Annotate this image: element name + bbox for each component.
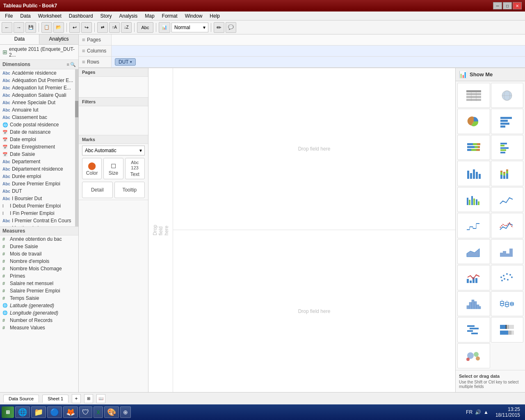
taskbar-antivirus[interactable]: 🛡: [79, 406, 92, 418]
minimize-button[interactable]: ─: [493, 2, 502, 9]
menu-dashboard[interactable]: Dashboard: [66, 12, 96, 20]
toolbar-undo[interactable]: ↩: [69, 22, 80, 33]
measure-temps-saisie[interactable]: #Temps Saisie: [0, 294, 78, 302]
chart-geo-map[interactable]: [491, 83, 524, 108]
dimensions-sort-icon[interactable]: ≡: [67, 62, 69, 67]
show-me-header[interactable]: 📊 Show Me: [456, 68, 525, 81]
field-classement[interactable]: AbcClassement bac: [0, 114, 78, 121]
rows-content[interactable]: DUT ▾: [112, 57, 525, 67]
chart-dual-line[interactable]: [491, 213, 524, 238]
menu-file[interactable]: File: [2, 12, 16, 20]
chart-side-hbar[interactable]: [491, 135, 524, 160]
chart-stacked-hbar[interactable]: [457, 135, 490, 160]
chart-stacked-vbar[interactable]: [491, 161, 524, 186]
pages-drop-area[interactable]: [79, 77, 148, 97]
canvas[interactable]: Dropfieldhere Drop field here Drop field…: [148, 68, 455, 392]
measure-number-of-records[interactable]: #Number of Records: [0, 317, 78, 324]
field-ifin[interactable]: II Fin Premier Emploi: [0, 210, 78, 217]
taskbar-explorer[interactable]: 📁: [31, 406, 46, 418]
menu-map[interactable]: Map: [142, 12, 158, 20]
chart-dual-combo[interactable]: [457, 265, 490, 290]
drop-cell-1[interactable]: Drop field here: [173, 68, 455, 230]
measure-values[interactable]: #Measure Values: [0, 324, 78, 331]
taskbar-chrome[interactable]: 🔵: [47, 406, 62, 418]
marks-detail-btn[interactable]: Detail: [82, 182, 113, 198]
toolbar-caption[interactable]: 💬: [226, 22, 236, 33]
field-adequation-iut[interactable]: AbcAdequation Iut Premier E...: [0, 84, 78, 91]
taskbar-paint[interactable]: 🎨: [104, 406, 119, 418]
drop-cell-2[interactable]: Drop field here: [173, 230, 455, 392]
toolbar-open[interactable]: 📂: [53, 22, 64, 33]
chart-scatter[interactable]: [491, 265, 524, 290]
chart-gantt[interactable]: [457, 317, 490, 342]
field-ipremier[interactable]: AbcI Premier Contrat En Cours: [0, 217, 78, 224]
field-adequation-sal[interactable]: AbcAdequation Salaire Quali: [0, 91, 78, 99]
menu-data[interactable]: Data: [17, 12, 34, 20]
field-annee-spe[interactable]: AbcAnnee Speciale Dut: [0, 99, 78, 106]
close-button[interactable]: ✕: [513, 2, 522, 9]
toolbar-forward[interactable]: →: [14, 22, 24, 33]
chart-box-plot[interactable]: [491, 291, 524, 316]
dut-pill-dropdown[interactable]: ▾: [130, 60, 132, 64]
menu-help[interactable]: Help: [206, 12, 223, 20]
toolbar-swap[interactable]: ⇄: [97, 22, 108, 33]
field-iboursier[interactable]: AbcI Boursier Dut: [0, 195, 78, 202]
toolbar-tooltip[interactable]: ✏: [214, 22, 224, 33]
tab-datasource[interactable]: Data Source: [3, 395, 39, 402]
normal-dropdown[interactable]: Normal ▾: [171, 23, 208, 32]
measure-longitude[interactable]: 🌐Longitude (generated): [0, 309, 78, 317]
drop-left[interactable]: Dropfieldhere: [148, 68, 173, 392]
new-worksheet-btn[interactable]: +: [72, 394, 81, 403]
marks-color-btn[interactable]: ⬤ Color: [82, 158, 102, 179]
columns-content[interactable]: [112, 46, 525, 56]
toolbar-redo[interactable]: ↪: [81, 22, 92, 33]
measure-primes[interactable]: #Primes: [0, 272, 78, 280]
toolbar-save[interactable]: 💾: [25, 22, 36, 33]
start-button[interactable]: ⊞: [2, 406, 14, 418]
new-story-btn[interactable]: 📖: [96, 394, 105, 403]
chart-side-vbar[interactable]: [457, 187, 490, 212]
measure-nb-emplois[interactable]: #Nombre d'emplois: [0, 258, 78, 265]
field-codepostal[interactable]: 🌐Code postal résidence: [0, 121, 78, 128]
field-dut[interactable]: AbcDUT: [0, 187, 78, 195]
toolbar-new[interactable]: 📋: [41, 22, 52, 33]
field-datesaisie[interactable]: 📅Date Saisie: [0, 151, 78, 158]
field-annuaire[interactable]: AbcAnnuaire Iut: [0, 106, 78, 114]
menu-analysis[interactable]: Analysis: [116, 12, 141, 20]
marks-tooltip-btn[interactable]: Tooltip: [114, 182, 145, 198]
chart-packed-bubble[interactable]: [457, 343, 490, 368]
dut-pill[interactable]: DUT ▾: [115, 58, 136, 66]
menu-story[interactable]: Story: [97, 12, 115, 20]
marks-size-btn[interactable]: ◻ Size: [103, 158, 123, 179]
toolbar-label[interactable]: Abc: [137, 22, 153, 33]
toolbar-chart-type[interactable]: 📊: [159, 22, 170, 33]
tab-analytics[interactable]: Analytics: [39, 34, 78, 44]
chart-pie[interactable]: [457, 109, 490, 134]
filters-drop-area[interactable]: [79, 106, 148, 135]
field-mention-bac[interactable]: AbcMention du bac: [0, 224, 78, 226]
new-dashboard-btn[interactable]: ⊞: [84, 394, 93, 403]
dimensions-search-icon[interactable]: 🔍: [70, 62, 76, 67]
pages-content[interactable]: [112, 34, 525, 45]
chart-area-discrete[interactable]: [491, 239, 524, 264]
menu-format[interactable]: Format: [159, 12, 181, 20]
menu-window[interactable]: Window: [182, 12, 206, 20]
tab-sheet1[interactable]: Sheet 1: [42, 395, 68, 403]
measure-mois-travail[interactable]: #Mois de travail: [0, 250, 78, 258]
menu-worksheet[interactable]: Worksheet: [35, 12, 65, 20]
measure-salaire-premier[interactable]: #Salaire Premier Emploi: [0, 287, 78, 294]
scrollbar-thumb[interactable]: [75, 101, 78, 117]
field-duree-emploi[interactable]: AbcDurée emploi: [0, 173, 78, 180]
measure-latitude[interactable]: 🌐Latitude (generated): [0, 302, 78, 309]
toolbar-sort-desc[interactable]: ↓Z: [121, 22, 132, 33]
field-dateemploi[interactable]: 📅Date emploi: [0, 136, 78, 143]
marks-text-btn[interactable]: Abc123 Text: [125, 158, 145, 179]
taskbar-vm[interactable]: ⊕: [120, 406, 131, 418]
taskbar-ie[interactable]: 🌐: [15, 406, 30, 418]
measure-nb-chomage[interactable]: #Nombre Mois Chomage: [0, 265, 78, 272]
taskbar-firefox[interactable]: 🦊: [63, 406, 78, 418]
chart-line-discrete[interactable]: [457, 213, 490, 238]
taskbar-excel[interactable]: X: [94, 406, 103, 418]
field-datenaissance[interactable]: 📅Date de naissance: [0, 128, 78, 136]
chart-hbar[interactable]: [491, 109, 524, 134]
